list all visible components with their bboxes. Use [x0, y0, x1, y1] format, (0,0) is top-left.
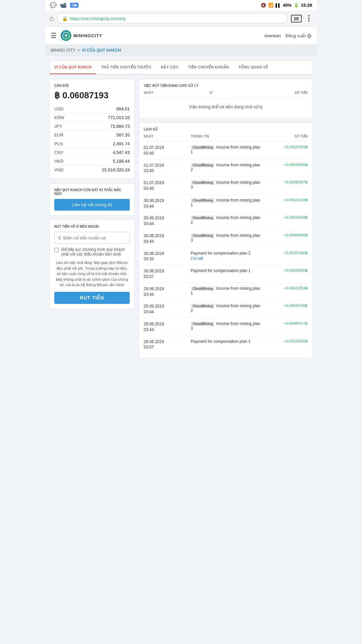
detail-link[interactable]: Chi tiết — [191, 256, 261, 261]
status-left: 💬 📹 G▶ — [50, 2, 78, 8]
cloud-badge: CloudMining — [191, 145, 215, 150]
cloud-badge: CloudMining — [191, 163, 215, 167]
currency-value-usd: 664.51 — [116, 106, 130, 111]
history-info: CloudMiningIncome from mining plan 3 — [191, 321, 261, 331]
history-date: 01.07.201903:45 — [144, 180, 191, 192]
cloud-badge: CloudMining — [191, 180, 215, 185]
pending-empty: Việc không thể rút tiền đang chờ xử lý — [144, 100, 308, 113]
history-info: Payment for compensation plan 1 — [191, 268, 261, 273]
breadcrumb-home[interactable]: MINING CITY — [51, 48, 75, 53]
nav-left: ☰ MININGCITY — [51, 30, 103, 41]
logout-label: Đăng xuất — [286, 33, 306, 38]
history-info: CloudMiningIncome from mining plan 2 — [191, 215, 261, 225]
currency-value-cny: 4,547.43 — [113, 150, 130, 155]
history-amount: +0.00088596฿ — [261, 233, 308, 237]
history-row: 30.06.201903:44 CloudMiningIncome from m… — [144, 195, 308, 213]
currency-row-cny: CNY 4,547.43 — [54, 148, 130, 157]
history-col-thongtin: THÔNG TIN — [191, 135, 261, 138]
translate-icon: G▶ — [70, 3, 78, 8]
history-title: LỊCH SỬ — [144, 127, 308, 131]
history-row: 30.06.201903:07 Payment for compensation… — [144, 265, 308, 283]
history-date: 30.06.201903:32 — [144, 251, 191, 262]
history-info: CloudMiningIncome from mining plan 2 — [191, 304, 261, 313]
url-text: https://me.miningcity.com/my — [70, 16, 126, 21]
history-table-header: NGÀY THÔNG TIN SỐ TIỀN — [144, 135, 308, 141]
history-row: 29.06.201903:44 CloudMiningIncome from m… — [144, 301, 308, 318]
tabs-button[interactable]: 10 — [291, 15, 302, 22]
hamburger-icon[interactable]: ☰ — [51, 32, 57, 40]
history-info: CloudMiningIncome from mining plan 1 — [191, 198, 261, 207]
wifi-icon: 📶 — [268, 3, 274, 8]
tabs-container: VÍ CỦA QUÝ KHÁCH TRẢ TIỀN CHUYỂN TRƯỚC Đ… — [49, 61, 313, 75]
tab-tra-tien[interactable]: TRẢ TIỀN CHUYỂN TRƯỚC — [96, 61, 156, 74]
cloud-badge: CloudMining — [191, 216, 215, 220]
currency-value-krw: 771,013.16 — [108, 115, 130, 120]
history-row: 30.06.201903:32 Payment for compensation… — [144, 248, 308, 266]
currency-name-pln: PLN — [54, 141, 63, 146]
currency-name-cny: CNY — [54, 150, 63, 155]
username-text: rivenkan — [264, 33, 281, 38]
history-info: CloudMiningIncome from mining plan 3 — [191, 233, 261, 243]
history-date: 30.06.201903:44 — [144, 215, 191, 227]
currency-value-jpy: 72,684.73 — [110, 124, 130, 129]
messenger-icon: 💬 — [50, 2, 57, 8]
right-panel: VIỆC RÚT TIỀN ĐANG CHỜ XỬ LÝ NGÀY VÍ SỐ … — [139, 79, 313, 359]
tabs: VÍ CỦA QUÝ KHÁCH TRẢ TIỀN CHUYỂN TRƯỚC Đ… — [50, 61, 312, 74]
history-amount: +0.00022354฿ — [261, 286, 308, 290]
history-row: 30.06.201903:44 CloudMiningIncome from m… — [144, 212, 308, 230]
terms-checkbox[interactable] — [54, 248, 59, 252]
history-amount: +0.03232000฿ — [261, 339, 308, 343]
history-row: 29.06.201903:44 CloudMiningIncome from m… — [144, 318, 308, 336]
more-icon[interactable]: ⋮ — [305, 14, 313, 23]
history-row: 01.07.201903:45 CloudMiningIncome from m… — [144, 142, 308, 160]
history-amount: +0.00044708฿ — [261, 304, 308, 308]
breadcrumb-separator: > — [77, 48, 80, 53]
history-date: 01.07.201903:45 — [144, 163, 191, 174]
history-date: 29.06.201903:44 — [144, 304, 191, 315]
home-icon[interactable]: ⌂ — [49, 14, 54, 23]
cloud-badge: CloudMining — [191, 304, 215, 308]
currency-value-eur: 587.35 — [116, 132, 130, 138]
breadcrumb: MINING CITY > VÍ CỦA QUÝ KHÁCH — [45, 45, 317, 56]
history-date: 29.06.201903:44 — [144, 286, 191, 298]
cloud-badge: CloudMining — [191, 198, 215, 203]
balance-label: CÂN ĐỐI — [54, 84, 130, 88]
currency-row-eur: EUR 587.35 — [54, 131, 130, 140]
pending-card: VIỆC RÚT TIỀN ĐANG CHỜ XỬ LÝ NGÀY VÍ SỐ … — [139, 79, 313, 118]
breadcrumb-current: VÍ CỦA QUÝ KHÁCH — [82, 48, 121, 53]
currency-row-vnd: VND 15,516,320.18 — [54, 166, 130, 174]
history-info: CloudMiningIncome from mining plan 3 — [191, 180, 261, 190]
url-box[interactable]: 🔒 https://me.miningcity.com/my — [57, 13, 287, 24]
logout-button[interactable]: Đăng xuất ⏻ — [286, 33, 311, 38]
tab-dat-coc[interactable]: ĐẶT CỌC — [156, 61, 183, 74]
currency-value-hkd: 5,188.44 — [113, 159, 130, 164]
mute-icon: 🔇 — [261, 3, 266, 8]
currency-row-usd: USD 664.51 — [54, 105, 130, 113]
tab-tien-chuyen-khoan[interactable]: TIỀN CHUYỂN KHOẢN — [183, 61, 234, 74]
sim-icon: ▌▌ — [276, 3, 281, 7]
withdraw-button[interactable]: RÚT TIỀN — [54, 292, 130, 304]
support-label: NẾU QUÝ KHÁCH CÒN BẤT KÌ THẮC MẮC NÀO — [54, 188, 130, 196]
pending-table-header: NGÀY VÍ SỐ TIỀN — [144, 91, 308, 98]
history-col-sotien: SỐ TIỀN — [261, 135, 308, 138]
history-info: CloudMiningIncome from mining plan 1 — [191, 145, 261, 154]
time-text: 15:29 — [301, 3, 312, 8]
svg-point-1 — [65, 35, 67, 37]
history-col-ngay: NGÀY — [144, 135, 191, 138]
status-bar: 💬 📹 G▶ 🔇 📶 ▌▌ 40% 🔋 15:29 — [45, 0, 317, 10]
tab-tong-quan[interactable]: TỔNG QUAN VỀ — [234, 61, 273, 74]
history-info: Payment for compensation plan 1 — [191, 339, 261, 344]
logo: MININGCITY — [61, 30, 103, 41]
currency-name-hkd: HKD — [54, 159, 63, 164]
support-card: NẾU QUÝ KHÁCH CÒN BẤT KÌ THẮC MẮC NÀO Li… — [49, 183, 135, 216]
tab-vi-quy-khach[interactable]: VÍ CỦA QUÝ KHÁCH — [50, 61, 96, 74]
pending-col-ngay: NGÀY — [144, 91, 209, 95]
currency-value-pln: 2,491.74 — [113, 141, 130, 146]
pending-title: VIỆC RÚT TIỀN ĐANG CHỜ XỬ LÝ — [144, 84, 308, 88]
contact-button[interactable]: Liên hệ với chúng tôi — [54, 199, 130, 211]
withdraw-amount-input[interactable] — [63, 235, 126, 240]
history-date: 29.06.201903:07 — [144, 339, 191, 351]
currency-name-jpy: JPY — [54, 124, 62, 129]
balance-card: CÂN ĐỐI ฿ 0.06087193 USD 664.51 KRW 771,… — [49, 79, 135, 179]
browser-bar: ⌂ 🔒 https://me.miningcity.com/my 10 ⋮ — [45, 10, 317, 27]
